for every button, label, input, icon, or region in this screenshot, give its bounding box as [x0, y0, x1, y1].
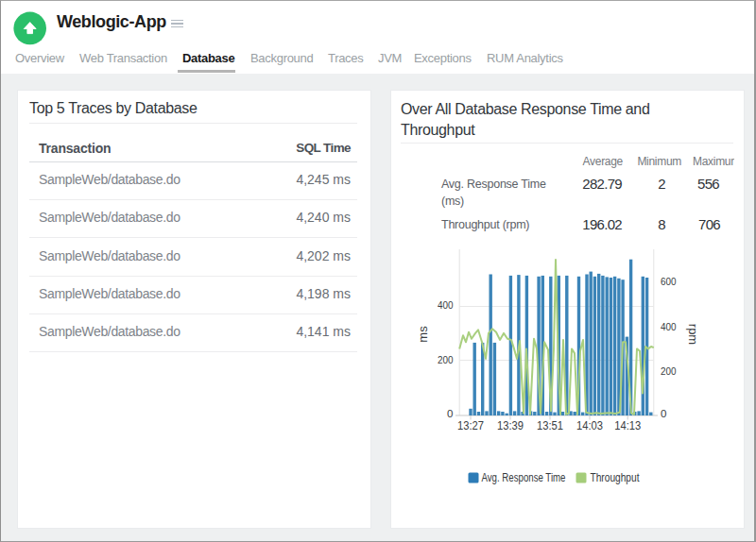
svg-text:400: 400	[661, 321, 677, 332]
svg-text:0: 0	[661, 408, 666, 419]
svg-text:13:39: 13:39	[497, 419, 524, 432]
svg-text:200: 200	[438, 354, 454, 365]
svg-text:ms: ms	[416, 326, 430, 343]
svg-text:14:13: 14:13	[614, 419, 641, 432]
svg-text:13:27: 13:27	[457, 419, 484, 432]
svg-text:400: 400	[438, 299, 454, 311]
svg-text:14:03: 14:03	[576, 419, 603, 432]
svg-text:rpm: rpm	[686, 324, 700, 345]
svg-text:200: 200	[661, 365, 677, 377]
svg-text:13:51: 13:51	[537, 419, 563, 432]
svg-text:Throughput: Throughput	[591, 471, 641, 484]
svg-text:600: 600	[661, 276, 677, 287]
svg-text:0: 0	[447, 408, 453, 419]
svg-text:Avg. Response Time: Avg. Response Time	[482, 471, 566, 484]
